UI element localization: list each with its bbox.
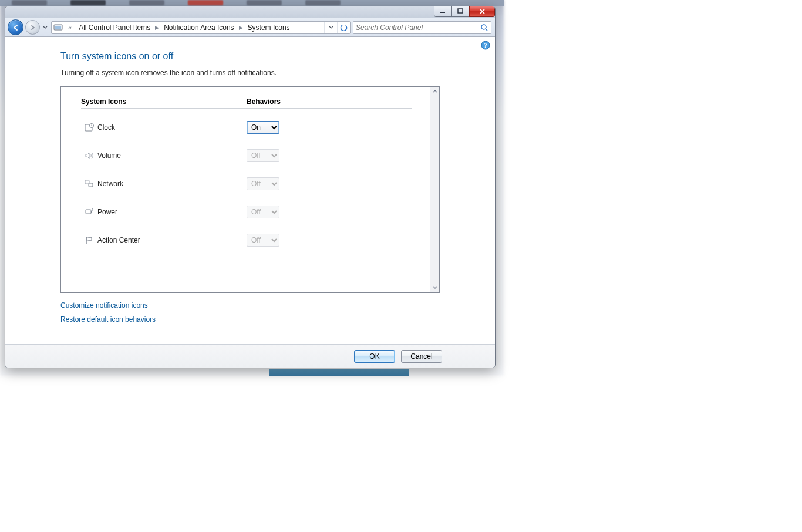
minimize-button[interactable] (434, 6, 451, 17)
clock-icon (81, 123, 97, 132)
svg-rect-0 (440, 12, 445, 13)
arrow-left-icon (12, 23, 20, 32)
behavior-select-power: Off (247, 206, 279, 218)
ok-button[interactable]: OK (354, 350, 395, 363)
list-item-label: Clock (97, 123, 247, 132)
refresh-icon (340, 23, 348, 32)
address-bar[interactable]: « All Control Panel Items ▶ Notification… (51, 21, 351, 34)
content-pane: ? Turn system icons on or off Turning of… (5, 37, 495, 344)
list-item-clock: Clock On Off (81, 113, 412, 142)
address-dropdown[interactable] (324, 22, 337, 33)
list-item-label: Network (97, 180, 247, 188)
page-description: Turning off a system icon removes the ic… (60, 69, 477, 77)
control-panel-window: « All Control Panel Items ▶ Notification… (5, 6, 496, 368)
list-item-label: Volume (97, 151, 247, 160)
svg-rect-3 (55, 26, 61, 29)
chevron-right-icon: ▶ (154, 25, 160, 31)
search-icon[interactable] (480, 23, 488, 32)
breadcrumb-item-all[interactable]: All Control Panel Items (75, 22, 154, 33)
behavior-select-clock[interactable]: On Off (247, 121, 279, 134)
chevron-down-icon (43, 25, 48, 30)
list-item-network: Network Off (81, 170, 412, 198)
breadcrumb-item-system-icons[interactable]: System Icons (244, 22, 294, 33)
close-button[interactable] (469, 6, 495, 17)
minimize-icon (440, 8, 446, 14)
refresh-button[interactable] (337, 22, 350, 33)
chevron-down-icon (433, 285, 437, 290)
svg-point-5 (481, 25, 486, 29)
list-item-volume: Volume Off (81, 142, 412, 170)
search-box[interactable] (353, 21, 491, 34)
scroll-up-button[interactable] (430, 87, 439, 96)
behavior-select-volume: Off (247, 149, 279, 162)
breadcrumb-overflow[interactable]: « (65, 24, 75, 31)
link-restore-defaults[interactable]: Restore default icon behaviors (60, 315, 477, 324)
svg-text:?: ? (484, 42, 487, 49)
link-customize-notification-icons[interactable]: Customize notification icons (60, 301, 477, 309)
page-title: Turn system icons on or off (60, 51, 477, 62)
breadcrumb-item-notification[interactable]: Notification Area Icons (160, 22, 237, 33)
nav-forward-button[interactable] (25, 20, 40, 35)
network-icon (81, 179, 97, 188)
svg-rect-12 (86, 210, 91, 214)
help-button[interactable]: ? (481, 41, 490, 50)
svg-rect-13 (91, 211, 92, 213)
nav-history-dropdown[interactable] (42, 21, 49, 35)
flag-icon (81, 235, 97, 245)
list-header: System Icons Behaviors (81, 97, 412, 109)
close-icon (479, 8, 486, 15)
taskbar-fragment (269, 369, 409, 376)
scrollbar[interactable] (430, 87, 439, 292)
nav-back-button[interactable] (8, 19, 23, 35)
arrow-right-icon (29, 24, 36, 31)
chevron-up-icon (433, 89, 437, 94)
chevron-down-icon (329, 25, 333, 30)
power-icon (81, 207, 97, 217)
maximize-button[interactable] (451, 6, 469, 17)
chevron-right-icon: ▶ (238, 25, 244, 31)
search-input[interactable] (356, 23, 480, 32)
cancel-button[interactable]: Cancel (401, 350, 442, 363)
scroll-down-button[interactable] (430, 283, 439, 292)
system-icons-listbox: System Icons Behaviors Clock On Off (60, 86, 440, 293)
svg-rect-4 (56, 31, 60, 31)
volume-icon (81, 151, 97, 160)
svg-rect-1 (458, 9, 463, 13)
header-system-icons: System Icons (81, 97, 247, 106)
nav-bar: « All Control Panel Items ▶ Notification… (5, 18, 495, 37)
background-tabstrip-blur (12, 0, 423, 5)
list-item-label: Power (97, 208, 247, 216)
list-item-label: Action Center (97, 236, 247, 244)
title-bar[interactable] (5, 6, 495, 18)
maximize-icon (457, 8, 463, 14)
behavior-select-network: Off (247, 177, 279, 190)
dialog-footer: OK Cancel (5, 344, 495, 368)
control-panel-icon (52, 24, 65, 31)
links-section: Customize notification icons Restore def… (60, 301, 477, 324)
window-buttons (434, 6, 495, 17)
behavior-select-action-center: Off (247, 234, 279, 247)
help-icon: ? (481, 41, 490, 50)
header-behaviors: Behaviors (247, 97, 281, 106)
list-item-action-center: Action Center Off (81, 226, 412, 254)
list-item-power: Power Off (81, 198, 412, 226)
